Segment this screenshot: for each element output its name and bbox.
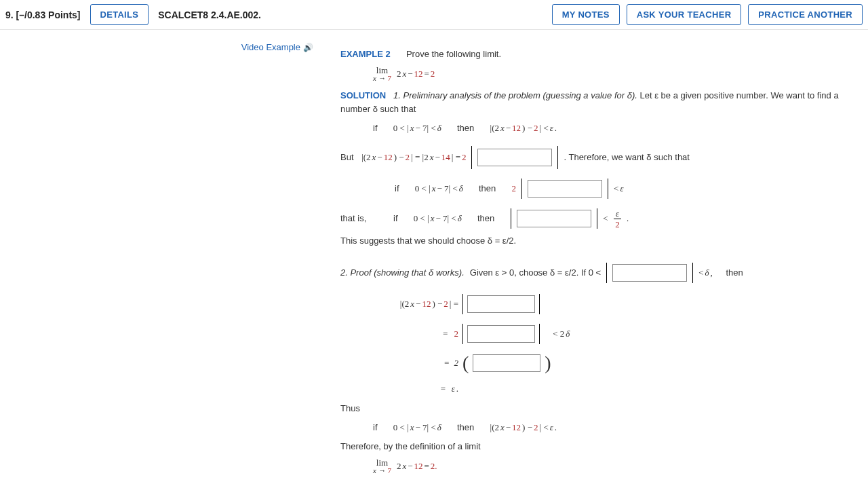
question-number: 9. [–/0.83 Points] — [5, 10, 83, 20]
example-heading: EXAMPLE 2 Prove the following limit. — [340, 48, 848, 61]
condition-line-2: if 0 < |x − 7| < δ then 2 < ε — [340, 179, 848, 199]
solution-part1: SOLUTION 1. Preliminary analysis of the … — [340, 89, 848, 116]
suggests-line: This suggests that we should choose δ = … — [340, 234, 848, 248]
limit-expression: lim x → 7 2x − 12 = 2 — [340, 67, 848, 82]
answer-input-4[interactable] — [612, 264, 687, 282]
my-notes-button[interactable]: MY NOTES — [552, 4, 620, 25]
condition-line-1: if 0 < |x − 7| < δ then |(2x − 12) − 2| … — [340, 122, 848, 135]
answer-input-3[interactable] — [517, 210, 591, 227]
therefore-line: Therefore, by the definition of a limit — [340, 440, 848, 453]
source-code: SCALCET8 2.4.AE.002. — [155, 10, 261, 20]
right-paren: ) — [545, 354, 551, 373]
left-paren: ( — [462, 354, 469, 373]
sound-icon: 🔊 — [303, 43, 313, 52]
aligned-equations: |(2x − 12) − 2| = = 2 < 2δ = 2 ( ) = — [340, 294, 848, 396]
answer-input-5[interactable] — [467, 295, 535, 313]
video-example-link[interactable]: Video Example 🔊 — [241, 42, 313, 52]
thus-line: Thus — [340, 402, 848, 415]
abs-bar — [539, 324, 540, 344]
abs-bar — [692, 263, 693, 283]
abs-bar — [539, 294, 540, 314]
abs-bar — [511, 208, 511, 229]
fraction-eps-over-2: ε 2 — [614, 209, 621, 229]
part2-intro: 2. Proof (showing that δ works). Given ε… — [340, 263, 848, 283]
answer-input-7[interactable] — [473, 354, 540, 372]
question-header: 9. [–/0.83 Points] DETAILS SCALCET8 2.4.… — [0, 0, 868, 30]
abs-bar — [606, 263, 607, 283]
answer-input-1[interactable] — [477, 149, 552, 166]
abs-bar — [608, 179, 608, 199]
practice-another-button[interactable]: PRACTICE ANOTHER — [748, 4, 863, 25]
answer-input-2[interactable] — [528, 180, 602, 198]
that-is-line: that is, if 0 < |x − 7| < δ then < ε 2 . — [340, 208, 848, 229]
solution-body: EXAMPLE 2 Prove the following limit. lim… — [340, 42, 860, 480]
abs-bar — [462, 294, 463, 314]
answer-input-6[interactable] — [467, 325, 535, 343]
but-line: But |(2x − 12) − 2| = |2x − 14| = 2 . Th… — [340, 146, 848, 169]
ask-teacher-button[interactable]: ASK YOUR TEACHER — [627, 4, 742, 25]
details-button[interactable]: DETAILS — [90, 4, 149, 25]
abs-bar — [471, 146, 472, 169]
abs-bar — [521, 179, 522, 199]
content-area: Video Example 🔊 EXAMPLE 2 Prove the foll… — [0, 30, 868, 486]
left-column: Video Example 🔊 — [8, 42, 340, 52]
abs-bar — [597, 208, 597, 229]
abs-bar — [462, 324, 463, 344]
thus-condition: if 0 < |x − 7| < δ then |(2x − 12) − 2| … — [340, 421, 848, 434]
final-limit: lim x → 7 2x − 12 = 2. — [340, 459, 848, 474]
abs-bar — [557, 146, 558, 169]
